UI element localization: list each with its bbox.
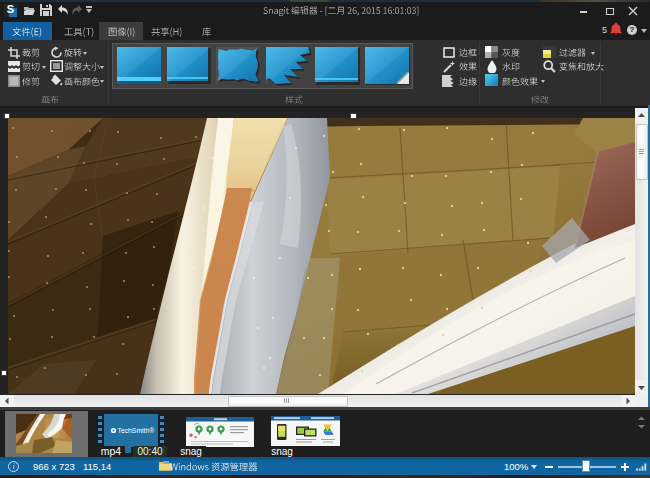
- svg-text:TechSmith®: TechSmith®: [118, 427, 155, 434]
